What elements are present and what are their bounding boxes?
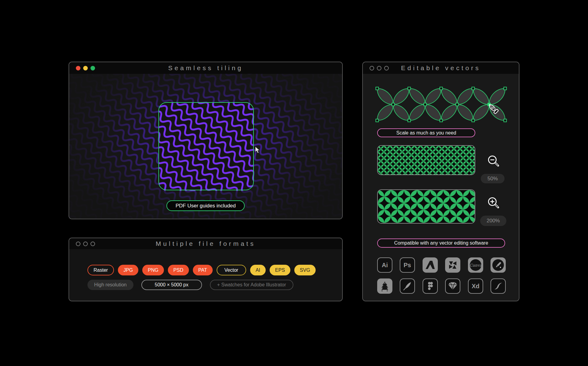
window-title: Multiple file formats [69, 240, 342, 247]
zoom-button[interactable] [90, 66, 95, 70]
close-button[interactable] [76, 66, 80, 70]
badge-raster[interactable]: Raster [87, 265, 114, 275]
zoom-level-50: 50% [481, 174, 505, 183]
window-title: Seamless tiling [69, 64, 342, 72]
zoom-button[interactable] [90, 242, 95, 246]
affinity-photo-icon[interactable] [445, 257, 460, 273]
vectors-panel: Scale as much as you need [363, 74, 519, 301]
window-controls [370, 66, 389, 70]
pattern-preview-50[interactable] [377, 145, 475, 175]
arrow-cursor-icon [255, 146, 260, 154]
titlebar: Editable vectors [363, 62, 519, 74]
badge-dimensions[interactable]: 5000 × 5000 px [141, 280, 202, 290]
affinity-designer-icon[interactable] [423, 257, 438, 273]
minimize-button[interactable] [377, 66, 381, 70]
badge-png[interactable]: PNG [142, 265, 164, 275]
pattern-preview-200[interactable] [377, 189, 475, 224]
badge-swatches[interactable]: + Swatches for Adobe Illustrator [210, 280, 293, 290]
zoom-level-200: 200% [480, 216, 506, 226]
format-badges-row: Raster JPG PNG PSD PAT Vector AI EPS SVG [87, 265, 316, 275]
sketch-icon[interactable] [445, 278, 460, 294]
compatibility-badge[interactable]: Compatible with any vector editing softw… [377, 239, 505, 248]
zoom-in-icon[interactable] [487, 196, 501, 210]
badge-ai[interactable]: AI [250, 265, 266, 275]
spec-badges-row: High resolution 5000 × 5000 px + Swatche… [87, 280, 293, 290]
figma-icon[interactable] [423, 278, 438, 294]
titlebar: Multiple file formats [69, 238, 342, 250]
minimize-button[interactable] [83, 242, 88, 246]
titlebar: Seamless tiling [69, 62, 342, 74]
zoom-out-icon[interactable] [487, 154, 501, 168]
adobe-illustrator-icon[interactable]: Ai [377, 257, 392, 273]
adobe-xd-icon[interactable]: Xd [468, 278, 483, 294]
minimize-button[interactable] [83, 66, 88, 70]
badge-eps[interactable]: EPS [270, 265, 290, 275]
badge-high-resolution[interactable]: High resolution [87, 280, 133, 290]
badge-svg[interactable]: SVG [294, 265, 316, 275]
corel-draw-icon[interactable] [491, 257, 506, 273]
badge-psd[interactable]: PSD [168, 265, 189, 275]
window-editable-vectors: Editable vectors [362, 62, 519, 301]
badge-pat[interactable]: PAT [193, 265, 213, 275]
zoom-button[interactable] [384, 66, 389, 70]
formats-panel: Raster JPG PNG PSD PAT Vector AI EPS SVG… [69, 249, 342, 301]
pattern-canvas: PDF User guides included [69, 74, 342, 219]
scale-badge[interactable]: Scale as much as you need [377, 128, 475, 137]
pdf-guides-badge[interactable]: PDF User guides included [166, 200, 245, 211]
close-button[interactable] [76, 242, 80, 246]
adobe-photoshop-icon[interactable]: Ps [400, 257, 415, 273]
canva-icon[interactable]: Canva [468, 257, 483, 273]
window-seamless-tiling: Seamless tiling [69, 62, 343, 219]
badge-vector[interactable]: Vector [217, 265, 246, 275]
close-button[interactable] [370, 66, 374, 70]
window-controls [76, 242, 95, 246]
curve-brush-icon[interactable] [491, 278, 506, 294]
inkscape-icon[interactable] [377, 278, 392, 294]
vector-petal-illustration[interactable] [375, 86, 508, 123]
window-file-formats: Multiple file formats Raster JPG PNG PSD… [69, 238, 343, 301]
tile-selection-box[interactable] [158, 102, 254, 190]
quill-pen-icon[interactable] [400, 278, 415, 294]
traffic-lights [76, 66, 95, 70]
badge-jpg[interactable]: JPG [118, 265, 138, 275]
